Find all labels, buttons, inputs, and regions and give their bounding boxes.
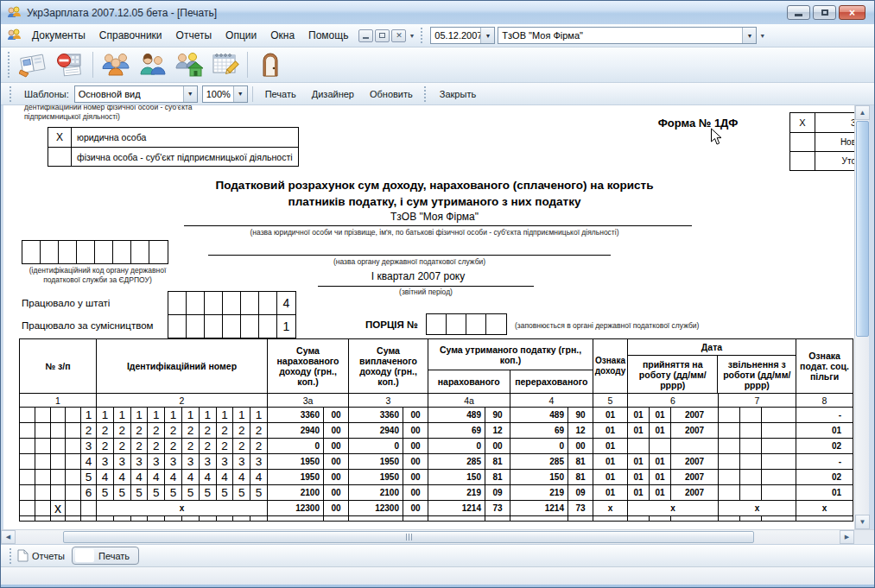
mdi-child-icon[interactable]: [6, 28, 22, 42]
id-digit: 2: [148, 423, 165, 438]
benefit-sign: -: [796, 454, 853, 469]
mdi-minimize-button[interactable]: [358, 29, 373, 42]
id-digit: 1: [250, 408, 267, 422]
totals-income-sign: х: [593, 501, 628, 515]
designer-button[interactable]: Дизайнер: [304, 85, 362, 103]
menu-directories[interactable]: Справочники: [92, 26, 169, 45]
menu-reports[interactable]: Отчеты: [169, 26, 219, 45]
hire-year: [671, 516, 718, 521]
hire-month: 01: [650, 423, 671, 438]
report-type-label: Нов: [815, 133, 854, 151]
tax-accrued-cell: 000: [428, 439, 510, 453]
id-digit: 2: [148, 439, 165, 453]
company-overflow-icon[interactable]: ▼: [757, 33, 768, 39]
exit-button[interactable]: [252, 49, 288, 80]
tab-print-icon: [75, 549, 94, 562]
date-dropdown-icon[interactable]: ▼: [480, 28, 494, 43]
id-digit: 5: [97, 485, 114, 500]
form-code: Форма № 1ДФ: [612, 117, 784, 130]
hire-date-cell: [628, 439, 719, 453]
hire-year: 2007: [671, 470, 718, 484]
scroll-right-icon[interactable]: ▶: [840, 530, 854, 544]
company-value: ТзОВ "Моя Фірма": [498, 28, 742, 43]
scroll-down-icon[interactable]: ▼: [855, 515, 870, 529]
company-underline: [184, 225, 692, 226]
parttime-count-boxes: 1: [168, 314, 296, 338]
id-digit: 2: [97, 439, 114, 453]
id-digit: 1: [114, 408, 131, 422]
mdi-close-button[interactable]: ✕: [391, 29, 406, 42]
id-number-cell: 5555555555: [97, 485, 268, 500]
column-number: 2: [97, 394, 268, 407]
scroll-up-icon[interactable]: ▲: [855, 105, 870, 120]
id-digit: 5: [233, 485, 250, 500]
table-row: [20, 516, 853, 521]
id-digit: 4: [217, 470, 234, 484]
period-close-button[interactable]: [52, 49, 88, 80]
template-combobox[interactable]: Основной вид ▼: [74, 85, 198, 103]
id-digit: 2: [182, 423, 200, 438]
zoom-dropdown-icon[interactable]: ▼: [233, 86, 247, 102]
id-digit: 4: [250, 470, 267, 484]
totals-box: [66, 501, 81, 515]
restore-icon: [821, 9, 828, 16]
menu-help[interactable]: Помощь: [301, 26, 355, 45]
close-preview-button[interactable]: Закрыть: [432, 85, 484, 103]
date-combobox[interactable]: 05.12.2007 ▼: [430, 27, 495, 44]
tax-accrued-cell: [428, 516, 510, 521]
vertical-scroll-thumb[interactable]: [856, 121, 869, 337]
tab-print[interactable]: Печать: [72, 547, 139, 565]
restore-button[interactable]: [813, 5, 836, 20]
id-digit: [233, 516, 250, 521]
id-digit: [217, 516, 234, 521]
totals-kop: 00: [324, 501, 348, 515]
id-digit: 4: [182, 470, 200, 484]
minimize-button[interactable]: [787, 5, 810, 20]
horizontal-scrollbar[interactable]: ◀ ▶: [1, 529, 854, 544]
menu-documents[interactable]: Документы: [25, 26, 92, 45]
scrollbar-corner: [854, 529, 874, 544]
toolbar-overflow-icon[interactable]: ▼: [406, 33, 417, 39]
entity-row-individual: фізична особа - суб'єкт підприємницької …: [48, 147, 298, 166]
hire-month: 01: [650, 470, 671, 484]
company-dropdown-icon[interactable]: ▼: [742, 28, 756, 43]
entity-type-table: X юридична особа фізична особа - суб'єкт…: [48, 127, 299, 167]
hire-month: 01: [650, 485, 671, 500]
empty-box: [20, 516, 35, 521]
fire-month: [740, 408, 762, 422]
empty-box: [20, 423, 35, 438]
employees-button[interactable]: [98, 49, 134, 80]
scroll-left-icon[interactable]: ◀: [1, 530, 16, 544]
company-combobox[interactable]: ТзОВ "Моя Фірма" ▼: [498, 27, 757, 44]
timesheet-button[interactable]: [206, 49, 243, 80]
id-digit: 3: [97, 454, 114, 469]
fire-day: [719, 454, 740, 469]
close-button[interactable]: ×: [839, 5, 865, 20]
titlebar[interactable]: УкрЗарплата 2007.12.05 бета - [Печать] ×: [1, 1, 874, 24]
journal-button[interactable]: [16, 49, 52, 80]
fire-day: [719, 485, 740, 500]
vertical-scrollbar[interactable]: ▲ ▼: [854, 105, 869, 529]
tax-transferred-cell: 28581: [510, 454, 593, 469]
refresh-button[interactable]: Обновить: [362, 85, 421, 103]
mdi-restore-button[interactable]: [375, 29, 390, 42]
paid-hrn: 1950: [349, 454, 403, 469]
fire-date-cell: [719, 470, 796, 484]
reports-group-label[interactable]: Отчеты: [32, 551, 65, 561]
row-number-cell: 5: [20, 470, 97, 484]
id-digit: 4: [131, 470, 149, 484]
row-number-cell: [20, 516, 97, 521]
zoom-combobox[interactable]: 100% ▼: [202, 85, 248, 103]
company-name: ТзОВ "Моя Фірма": [24, 211, 845, 223]
enterprise-button[interactable]: [170, 49, 206, 80]
menu-windows[interactable]: Окна: [263, 26, 301, 45]
template-dropdown-icon[interactable]: ▼: [183, 86, 197, 102]
paid-cell: 210000: [349, 485, 428, 500]
tax-transferred-kop: 90: [568, 408, 593, 422]
personnel-button[interactable]: [134, 49, 170, 80]
empty-box: [51, 423, 67, 438]
tax-transferred-kop: 81: [568, 454, 593, 469]
menu-options[interactable]: Опции: [219, 26, 263, 45]
horizontal-scroll-thumb[interactable]: [63, 531, 754, 543]
print-button[interactable]: Печать: [257, 85, 304, 103]
